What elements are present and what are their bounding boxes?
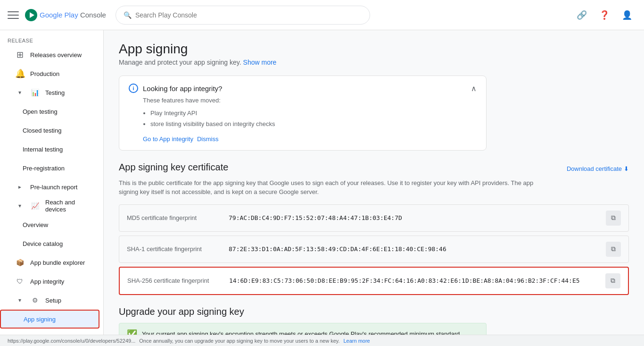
cert-section: App signing key certificate Download cer… [119,162,629,295]
sidebar-item-label: Overview [23,221,48,228]
copy-button-md5[interactable]: ⧉ [606,211,621,226]
sidebar-item-internal-app-sharing[interactable]: Internal app sharing [0,329,99,335]
status-url: https://play.google.com/console/u/0/deve… [8,338,135,344]
cert-section-title: App signing key certificate [119,162,228,173]
download-cert-label: Download certificate [567,165,622,172]
sidebar: Release ⊞ Releases overview 🔔 Production… [0,30,104,335]
sidebar-item-label: Internal testing [23,146,63,153]
sidebar-item-pre-launch-report[interactable]: ▸ Pre-launch report [0,177,99,196]
sidebar-item-label: Releases overview [30,51,82,59]
sidebar-item-open-testing[interactable]: Open testing [0,102,99,121]
learn-more-link[interactable]: Learn more [343,338,370,344]
show-more-link[interactable]: Show more [243,59,277,66]
help-icon-button[interactable]: ❓ [595,6,614,25]
bundle-icon: 📦 [15,259,25,266]
sidebar-item-app-integrity[interactable]: 🛡 App integrity [0,272,99,291]
download-certificate-button[interactable]: Download certificate ⬇ [567,165,629,172]
info-card-title-row: i Looking for app integrity? [129,84,222,93]
sidebar-item-label: Reach and devices [45,199,92,213]
release-section-label: Release [0,30,103,45]
chevron-right-icon: ▸ [15,184,25,190]
sidebar-item-production[interactable]: 🔔 Production [0,64,99,83]
sidebar-item-label: Pre-launch report [30,184,77,191]
status-bar: https://play.google.com/console/u/0/deve… [0,335,644,346]
sidebar-item-releases-overview[interactable]: ⊞ Releases overview [0,45,99,64]
chevron-down-icon3: ▾ [15,297,25,304]
sidebar-item-setup[interactable]: ▾ ⚙ Setup [0,291,99,310]
upgrade-section: Upgrade your app signing key ✅ Your curr… [119,306,487,335]
copy-icon: ⧉ [611,214,616,222]
logo-text: Google Play Console [40,11,106,19]
sidebar-item-label: App bundle explorer [30,259,85,266]
info-card-header: i Looking for app integrity? ∧ [129,84,477,93]
link-icon-button[interactable]: 🔗 [572,6,591,25]
fingerprint-value-md5: 79:AC:DB:C4:9D:F7:15:52:07:48:A4:47:1B:0… [229,214,598,221]
dismiss-button[interactable]: Dismiss [197,135,219,143]
page-subtitle: Manage and protect your app signing key.… [119,59,629,66]
upgrade-section-title: Upgrade your app signing key [119,306,487,317]
info-card: i Looking for app integrity? ∧ These fea… [119,76,487,151]
fingerprint-row-sha1: SHA-1 certificate fingerprint 87:2E:33:D… [119,236,629,263]
sidebar-item-reach-and-devices[interactable]: ▾ 📈 Reach and devices [0,196,99,215]
logo: Google Play Console [25,8,106,22]
cert-section-header: App signing key certificate Download cer… [119,162,629,176]
go-to-app-integrity-button[interactable]: Go to App integrity [143,135,193,143]
reach-icon: 📈 [30,202,40,210]
cert-section-desc: This is the public certificate for the a… [119,178,543,197]
releases-overview-icon: ⊞ [15,50,25,60]
sidebar-item-label: Testing [45,89,65,96]
info-card-actions: Go to App integrity Dismiss [143,135,477,143]
menu-button[interactable] [8,9,19,21]
chevron-down-icon2: ▾ [15,203,25,209]
copy-icon: ⧉ [611,277,615,285]
fingerprint-label-md5: MD5 certificate fingerprint [127,214,221,221]
checkmark-icon: ✅ [127,329,137,335]
shield-icon: 🛡 [15,278,25,285]
download-icon: ⬇ [624,165,629,172]
sidebar-item-label: Production [30,70,59,77]
search-bar[interactable]: 🔍 [116,6,370,25]
fingerprint-label-sha256: SHA-256 certificate fingerprint [127,277,222,284]
sidebar-item-pre-registration[interactable]: Pre-registration [0,159,99,177]
info-card-body: These features have moved: Play Integrit… [143,97,477,143]
search-icon: 🔍 [124,11,132,19]
sidebar-item-label: Pre-registration [23,165,65,172]
sidebar-item-label: Setup [45,297,61,304]
sidebar-item-internal-testing[interactable]: Internal testing [0,140,99,159]
main-content: App signing Manage and protect your app … [104,30,644,335]
info-icon: i [129,84,138,93]
copy-button-sha256[interactable]: ⧉ [605,273,620,288]
copy-icon: ⧉ [611,245,616,253]
status-note: Once annually, you can upgrade your app … [139,338,339,344]
sidebar-item-device-catalog[interactable]: Device catalog [0,234,99,253]
fingerprint-value-sha1: 87:2E:33:D1:0A:AD:5F:13:58:49:CD:DA:4F:6… [229,245,598,253]
info-card-bullet-list: Play Integrity API store listing visibil… [150,108,477,130]
upgrade-success-row: ✅ Your current app signing key's encrypt… [119,323,487,335]
upgrade-success-text: Your current app signing key's encryptio… [142,330,460,335]
sidebar-item-overview[interactable]: Overview [0,215,99,234]
top-nav: Google Play Console 🔍 🔗 ❓ 👤 [0,0,644,30]
sidebar-item-app-signing[interactable]: App signing [0,310,99,329]
list-item: Play Integrity API [150,108,477,118]
fingerprint-row-sha256: SHA-256 certificate fingerprint 14:6D:E9… [119,267,629,295]
sidebar-item-app-bundle-explorer[interactable]: 📦 App bundle explorer [0,253,99,272]
search-input[interactable] [135,11,362,19]
sidebar-item-label: Closed testing [23,127,61,134]
fingerprint-value-sha256: 14:6D:E9:83:C5:73:06:50:D8:EE:B9:95:2F:3… [229,277,598,284]
collapse-button[interactable]: ∧ [471,84,477,93]
account-icon-button[interactable]: 👤 [618,6,636,25]
sidebar-item-label: Internal app sharing [23,335,77,335]
sidebar-item-label: Device catalog [23,240,63,247]
setup-icon: ⚙ [30,296,40,304]
sidebar-item-closed-testing[interactable]: Closed testing [0,121,99,140]
sidebar-item-label: Open testing [23,108,58,115]
fingerprint-label-sha1: SHA-1 certificate fingerprint [127,245,221,253]
fingerprint-row-md5: MD5 certificate fingerprint 79:AC:DB:C4:… [119,204,629,232]
production-icon: 🔔 [15,68,25,79]
info-card-body-text: These features have moved: [143,97,477,104]
sidebar-item-label: App signing [24,316,56,323]
info-card-title: Looking for app integrity? [143,84,222,93]
sidebar-item-label: App integrity [30,278,64,285]
sidebar-item-testing[interactable]: ▾ 📊 Testing [0,83,99,102]
copy-button-sha1[interactable]: ⧉ [606,242,621,257]
